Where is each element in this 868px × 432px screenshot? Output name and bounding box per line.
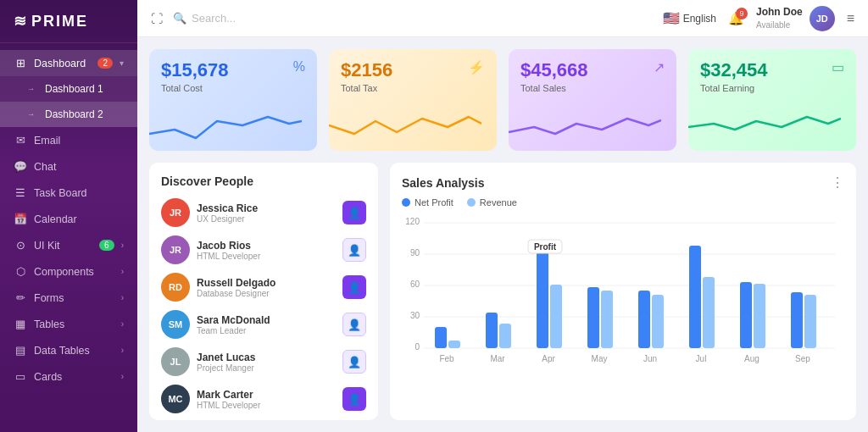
person-name: Mark Carter [197,389,336,401]
stat-label: Total Sales [520,83,665,93]
sidebar-item-chat[interactable]: 💬 Chat [0,153,137,180]
sub-arrow-icon: → [27,85,35,93]
add-person-button[interactable]: 👤 [342,387,366,411]
legend-label: Revenue [480,197,517,208]
sidebar-item-label: UI Kit [34,240,92,252]
person-info: Mark Carter HTML Developer [197,389,336,410]
list-item: JR Jacob Rios HTML Developer 👤 [161,235,366,264]
search-icon: 🔍 [173,12,186,25]
person-name: Janet Lucas [197,352,336,363]
svg-rect-19 [601,291,613,348]
person-role: HTML Developer [197,401,336,410]
dashboard-icon: ⊞ [14,57,27,69]
email-icon: ✉ [14,134,27,147]
sidebar-item-label: Calendar [34,213,124,225]
sidebar-item-datatables[interactable]: ▤ Data Tables › [0,337,137,363]
stat-label: Total Tax [341,83,485,93]
sidebar-item-components[interactable]: ⬡ Components › [0,258,137,285]
sales-title: Sales Analysis [402,176,485,190]
svg-text:60: 60 [410,280,420,289]
stat-value: $45,668 [520,59,665,81]
person-name: Jessica Rice [197,202,336,214]
svg-text:Mar: Mar [490,354,505,363]
sparkline-orange [329,108,481,142]
chevron-icon: ▾ [120,58,124,68]
sidebar-item-taskboard[interactable]: ☰ Task Board [0,180,137,206]
menu-dots-icon[interactable]: ≡ [847,11,854,26]
sub-arrow-icon: → [27,110,35,119]
sidebar: ≋ PRIME ⊞ Dashboard 2 ▾ → Dashboard 1 → … [0,0,137,432]
page-content: $15,678 Total Cost % $2156 Total Tax ⚡ $… [137,37,868,432]
add-person-button[interactable]: 👤 [342,313,366,336]
svg-text:Apr: Apr [542,354,555,363]
person-name: Russell Delgado [197,277,336,289]
svg-rect-12 [486,313,498,348]
legend-dot-lightblue [467,198,476,207]
person-name: Sara McDonald [197,314,336,326]
sidebar-item-label: Chat [34,161,124,173]
stat-card-total-cost: $15,678 Total Cost % [149,49,317,151]
expand-icon[interactable]: ⛶ [151,12,163,25]
svg-rect-27 [804,295,816,348]
stat-value: $15,678 [161,59,305,81]
sidebar-item-label: Forms [34,292,114,304]
svg-text:Aug: Aug [744,354,760,363]
sidebar-item-forms[interactable]: ✏ Forms › [0,285,137,311]
user-text: John Doe Available [756,6,803,30]
sidebar-nav: ⊞ Dashboard 2 ▾ → Dashboard 1 → Dashboar… [0,43,137,432]
taskboard-icon: ☰ [14,186,27,199]
person-role: HTML Developer [197,252,336,261]
tables-icon: ▦ [14,318,27,330]
sidebar-item-label: Tables [34,318,114,330]
avatar: JD [810,6,835,31]
datatables-icon: ▤ [14,344,27,357]
uikit-badge: 6 [99,240,114,251]
language-selector[interactable]: 🇺🇸 English [663,10,716,26]
language-label: English [683,13,716,25]
sidebar-item-calendar[interactable]: 📅 Calendar [0,206,137,232]
chat-icon: 💬 [14,160,27,173]
avatar: RD [161,273,190,302]
chevron-icon: › [121,346,124,355]
search-placeholder: Search... [192,12,236,25]
people-section-title: Discover People [161,174,366,188]
sidebar-item-dashboard1[interactable]: → Dashboard 1 [0,76,137,102]
list-item: JR Jessica Rice UX Designer 👤 [161,198,366,227]
add-person-button[interactable]: 👤 [342,350,366,374]
sidebar-item-uikit[interactable]: ⊙ UI Kit 6 › [0,232,137,258]
calendar-icon: 📅 [14,213,27,225]
more-options-icon[interactable]: ⋮ [831,174,844,191]
chart-svg: 120 90 60 30 0 [402,216,844,377]
notification-button[interactable]: 🔔 9 [728,11,744,26]
person-role: UX Designer [197,214,336,224]
legend-item-revenue: Revenue [467,197,517,208]
sales-analysis-panel: Sales Analysis ⋮ Net Profit Revenue [390,163,856,420]
avatar: JL [161,347,190,376]
svg-rect-26 [791,292,803,348]
sidebar-item-cards[interactable]: ▭ Cards › [0,363,137,390]
person-info: Sara McDonald Team Leader [197,314,336,335]
stat-card-total-tax: $2156 Total Tax ⚡ [329,49,497,151]
svg-text:Sep: Sep [795,354,810,363]
sidebar-item-email[interactable]: ✉ Email [0,127,137,153]
list-item: SM Sara McDonald Team Leader 👤 [161,310,366,339]
stat-card-total-earning: $32,454 Total Earning ▭ [688,49,856,151]
sparkline-green [688,108,841,142]
person-role: Team Leader [197,326,336,335]
sidebar-item-label: Email [34,135,124,147]
add-person-button[interactable]: 👤 [342,275,366,299]
sparkline-blue [149,108,302,142]
svg-rect-15 [550,285,562,348]
percent-icon: % [293,59,305,75]
chevron-icon: › [121,267,124,276]
main-content: ⛶ 🔍 Search... 🇺🇸 English 🔔 9 John Doe Av… [137,0,868,432]
sidebar-item-dashboard[interactable]: ⊞ Dashboard 2 ▾ [0,50,137,76]
sidebar-item-dashboard2[interactable]: → Dashboard 2 [0,102,137,127]
lightning-icon: ⚡ [468,59,485,75]
sidebar-item-tables[interactable]: ▦ Tables › [0,311,137,337]
search-area[interactable]: 🔍 Search... [173,12,653,25]
user-profile[interactable]: John Doe Available JD [756,6,835,31]
avatar: JR [161,198,190,227]
add-person-button[interactable]: 👤 [342,238,366,262]
add-person-button[interactable]: 👤 [342,201,366,224]
